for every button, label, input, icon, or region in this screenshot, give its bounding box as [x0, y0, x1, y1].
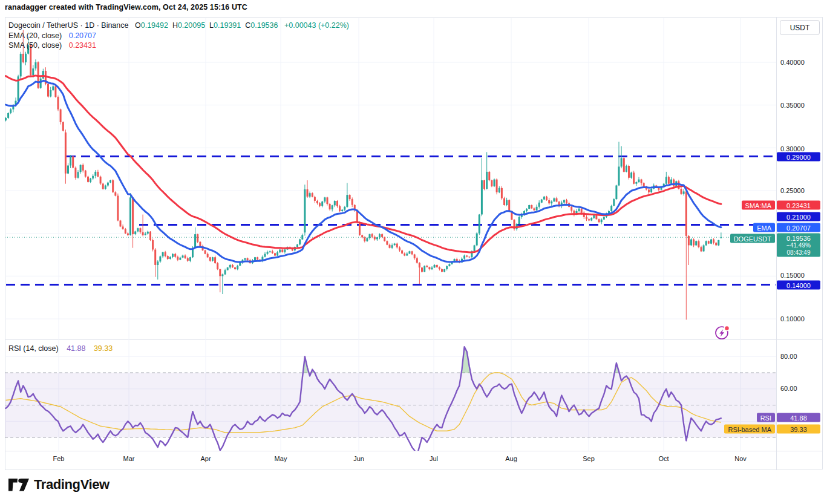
- candle-body: [394, 244, 396, 246]
- candle-body: [145, 234, 146, 235]
- candle-body: [483, 180, 485, 189]
- candle-body: [267, 252, 269, 254]
- candle-body: [396, 244, 398, 247]
- candle-body: [212, 257, 214, 261]
- axis-value-sma-ma[interactable]: 0.23431: [777, 201, 820, 210]
- candle-body: [312, 193, 313, 197]
- candle-body: [371, 234, 373, 237]
- candle-body: [446, 266, 448, 269]
- sma-50-line: [6, 76, 721, 252]
- candle-body: [494, 180, 495, 186]
- candle-body: [384, 237, 385, 241]
- month-label-Sep[interactable]: Sep: [583, 455, 595, 462]
- axis-value-level-29[interactable]: 0.29000: [777, 152, 820, 162]
- candle-body: [361, 235, 363, 238]
- candle-body: [391, 245, 393, 248]
- candle-body: [122, 226, 124, 229]
- candle-body: [20, 54, 22, 77]
- axis-value-level-14[interactable]: 0.14000: [777, 281, 820, 290]
- frame-right-border: [822, 17, 823, 470]
- axis-label-ema[interactable]: EMA: [753, 223, 775, 232]
- axis-label-sma-ma[interactable]: SMA:MA: [742, 201, 775, 210]
- ohlc-value-H: 0.20095: [178, 21, 205, 30]
- candle-body: [197, 234, 198, 242]
- month-label-Oct[interactable]: Oct: [658, 455, 668, 462]
- tradingview-logo[interactable]: TradingView: [8, 477, 110, 493]
- candle-body: [503, 198, 505, 205]
- candle-body: [536, 207, 538, 211]
- rsi-tick-80.00: 80.00: [780, 353, 797, 360]
- candle-body: [157, 261, 159, 265]
- sma-legend-row[interactable]: SMA (50, close) 0.23431: [8, 41, 96, 50]
- candle-body: [491, 180, 492, 186]
- candle-body: [204, 250, 206, 254]
- month-label-May[interactable]: May: [275, 455, 287, 462]
- candle-body: [237, 266, 238, 269]
- candle-body: [87, 177, 89, 182]
- candle-body: [149, 232, 151, 240]
- rsi-legend-row[interactable]: RSI (14, close) 41.88 39.33: [8, 344, 113, 353]
- candle-body: [67, 166, 69, 174]
- candle-body: [321, 201, 323, 206]
- axis-value-rsi[interactable]: 41.88: [777, 413, 820, 422]
- rsi-tick-60.00: 60.00: [780, 385, 797, 392]
- candle-body: [531, 205, 532, 208]
- candle-body: [463, 255, 465, 258]
- axis-value-rsi-ma[interactable]: 39.33: [777, 425, 820, 434]
- candle-body: [77, 172, 79, 178]
- candle-body: [349, 195, 351, 199]
- candle-body: [25, 54, 27, 62]
- candle-body: [94, 172, 96, 176]
- candle-body: [52, 87, 54, 91]
- candle-body: [717, 240, 719, 246]
- price-tick-0.35000: 0.35000: [780, 102, 805, 109]
- axis-label-rsi[interactable]: RSI: [757, 413, 775, 422]
- candle-body: [152, 240, 154, 250]
- candle-body: [276, 252, 278, 255]
- candle-body: [701, 247, 702, 251]
- month-label-Jun[interactable]: Jun: [353, 455, 364, 462]
- lightning-icon[interactable]: [713, 324, 731, 342]
- attribution-text: ranadagger created with TradingView.com,…: [5, 3, 247, 11]
- month-label-Jul[interactable]: Jul: [430, 455, 438, 462]
- candle-body: [366, 238, 368, 241]
- candle-body: [112, 180, 114, 192]
- candle-body: [431, 267, 433, 269]
- candle-body: [296, 244, 298, 247]
- candle-body: [299, 240, 301, 245]
- ema-legend-row[interactable]: EMA (20, close) 0.20707: [8, 31, 96, 40]
- candle-body: [670, 180, 672, 184]
- candle-body: [595, 215, 597, 219]
- candle-body: [137, 228, 139, 231]
- month-label-Aug[interactable]: Aug: [505, 455, 517, 462]
- candle-body: [570, 207, 572, 211]
- month-label-Nov[interactable]: Nov: [734, 455, 747, 462]
- candle-body: [194, 234, 196, 248]
- currency-button[interactable]: USDT: [780, 20, 820, 35]
- chart-canvas[interactable]: [5, 18, 776, 451]
- candle-body: [498, 188, 500, 192]
- month-label-Feb[interactable]: Feb: [53, 455, 65, 462]
- candle-body: [643, 183, 645, 186]
- candle-body: [234, 267, 236, 269]
- candle-body: [65, 133, 67, 174]
- axis-value-symbol[interactable]: 0.19536−41.49%08:43:49: [777, 234, 820, 257]
- candle-body: [376, 237, 378, 239]
- month-label-Mar[interactable]: Mar: [123, 455, 135, 462]
- candle-body: [100, 177, 102, 184]
- candle-body: [638, 180, 640, 182]
- candle-body: [60, 110, 62, 122]
- candle-body: [533, 208, 535, 210]
- ohlc-value-O: 0.19492: [141, 21, 168, 30]
- axis-label-symbol[interactable]: DOGEUSDT: [730, 234, 775, 243]
- candle-body: [57, 97, 59, 110]
- symbol-legend-row[interactable]: Dogecoin / TetherUS · 1D · Binance O0.19…: [8, 21, 349, 30]
- month-label-Apr[interactable]: Apr: [200, 455, 211, 462]
- axis-value-ema[interactable]: 0.20707: [777, 223, 820, 232]
- rsi-value: 41.88: [67, 344, 85, 353]
- axis-value-level-21[interactable]: 0.21000: [777, 212, 820, 221]
- axis-label-rsi-ma[interactable]: RSI-based MA: [724, 425, 775, 434]
- candle-body: [551, 201, 552, 203]
- candle-body: [641, 180, 642, 183]
- candle-body: [408, 251, 410, 254]
